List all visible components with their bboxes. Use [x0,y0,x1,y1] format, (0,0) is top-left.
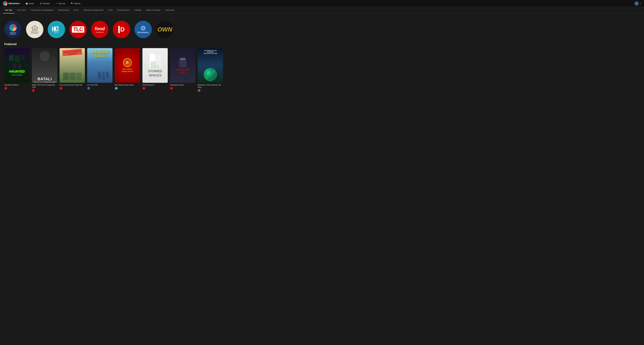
show-card-storied-spaces[interactable]: STORIEDSPACES Storied Spaces ⊕ [142,48,168,92]
tab-paranormal[interactable]: Paranormal & Unexplained [28,7,56,13]
show-meta-lottery: HGTV [115,87,140,90]
show-meta-storied: ⊕ [142,87,168,90]
magnolia-label: MAGNOLIANETWORK [31,31,38,34]
show-thumb-storied: STORIEDSPACES [142,48,168,83]
show-thumb-batali: BATALI THE FALL OF A SUPERSTAR CHEF [32,48,57,83]
nav-my-list[interactable]: + My List [55,2,66,5]
show-thumb-wrapper-guys: Guy's All-AmericanRoad Trip [60,48,85,83]
channel-tlc[interactable]: TLC [70,21,87,38]
show-card-handsome-devils[interactable]: HANDSOMEDEVILS Handsome Devils ID [170,48,195,92]
show-title-batali: Batali: The Fall of a Superstar Chef [32,84,57,88]
main-content: discovery+ORIGINALS MAGNOLIANETWORK HGTV [0,13,644,95]
discovery-label: Discovery [138,31,149,33]
haunted-title-overlay: HAUNTED [9,70,25,73]
discovery-globe-icon [140,25,147,31]
channel-food-network[interactable]: food network [91,21,108,38]
own-text: OWN [158,26,172,33]
show-thumb-wrapper-mysteries: MYSTERIES OF THEUNIVERSE:OUR SOLAR SYSTE… [198,48,223,83]
channel-own[interactable]: OWN [156,21,174,38]
show-title-haunted: Haunted Scotland [4,84,30,86]
network-badge-handsome: ID [170,87,173,90]
tab-documentaries[interactable]: Documentaries [115,7,132,13]
food-text: food [95,26,105,31]
show-card-lottery[interactable]: 🎰 My LotteryDream Home My Lottery Dream … [115,48,140,92]
network-badge-storied: ⊕ [142,87,145,90]
storied-title-overlay: STORIEDSPACES [148,69,162,77]
channel-magnolia[interactable]: MAGNOLIANETWORK [26,21,44,38]
tab-adventure[interactable]: Adventure & Exploration [81,7,106,13]
show-meta-haunted: ID [4,87,30,90]
channel-hgtv[interactable]: HGTV [48,21,65,38]
my-list-icon: + [56,2,58,5]
logo-icon [3,1,8,6]
hgtv-icon [51,25,62,33]
show-title-storied: Storied Spaces [142,84,168,86]
featured-section: Featured [4,42,640,92]
nav-home-label: Home [29,2,34,5]
show-thumb-haunted: HAUNTED SCOTLAND [4,48,30,83]
tab-home[interactable]: Home [72,7,81,13]
guys-title-overlay: Guy's All-AmericanRoad Trip [64,49,81,55]
food-sub-text: network [96,31,104,33]
hgtv-inner: HGTV [51,25,62,33]
show-title-guys: Guy's All-American Road Trip [60,84,85,86]
show-thumb-wrapper-storied: STORIEDSPACES [142,48,168,83]
show-card-mysteries[interactable]: MYSTERIES OF THEUNIVERSE:OUR SOLAR SYSTE… [198,48,223,92]
network-badge-haunted: ID [4,87,7,90]
show-thumb-wrapper-handsome: HANDSOMEDEVILS [170,48,195,83]
show-meta-guys: FN [60,87,85,90]
nav-browse-label: Browse [43,2,50,5]
id-inner: D [118,26,125,33]
network-badge-guys: FN [60,87,62,90]
tab-relationships[interactable]: Relationships [56,7,72,13]
channel-discovery[interactable]: Discovery [134,21,152,38]
hgtv-label: HGTV [54,32,58,33]
tab-nature[interactable]: Nature & Animals [144,7,163,13]
network-badge-ice: 🌊 [87,87,90,90]
tab-automotive[interactable]: Automotive [163,7,177,13]
show-thumb-wrapper-haunted: HAUNTED SCOTLAND [4,48,30,83]
tab-food[interactable]: Food [106,7,115,13]
show-card-batali[interactable]: BATALI THE FALL OF A SUPERSTAR CHEF Bata… [32,48,57,92]
nav-browse[interactable]: ⊞ Browse [39,2,50,5]
nav-home[interactable]: 🏠 Home [24,2,35,5]
show-thumb-guys: Guy's All-AmericanRoad Trip [60,48,85,83]
handsome-title-overlay: HANDSOMEDEVILS [176,68,190,74]
show-card-haunted-scotland[interactable]: HAUNTED SCOTLAND Haunted Scotland ID [4,48,30,92]
show-card-guys-road-trip[interactable]: Guy's All-AmericanRoad Trip Guy's All-Am… [60,48,85,92]
show-thumb-wrapper-batali: BATALI THE FALL OF A SUPERSTAR CHEF [32,48,57,83]
channel-discovery-originals[interactable]: discovery+ORIGINALS [4,21,22,38]
discovery-originals-label: discovery+ORIGINALS [10,32,16,35]
mysteries-title-overlay: MYSTERIES OF THEUNIVERSE:OUR SOLAR SYSTE… [204,50,217,54]
tab-for-you[interactable]: For You [3,7,14,13]
nav-search[interactable]: 🔍 Search [70,2,81,5]
show-meta-ice: 🌊 [87,87,112,90]
show-title-mysteries: Mysteries of the Universe: Our Sola... [198,84,223,88]
browse-icon: ⊞ [40,2,42,5]
network-badge-lottery: HGTV [115,87,118,90]
logo-text: discovery+ [8,2,20,5]
featured-title: Featured [4,42,640,46]
featured-row: HAUNTED SCOTLAND Haunted Scotland ID [4,48,640,92]
show-thumb-wrapper-ice: ICE COLDGOLD [87,48,112,83]
discovery-originals-logo [10,24,17,31]
channel-id[interactable]: D [113,21,130,38]
show-title-ice: Ice Cold Gold [87,84,112,86]
id-text: D [120,26,125,33]
show-meta-mysteries: SCI [198,89,223,92]
show-title-handsome: Handsome Devils [170,84,195,86]
show-thumb-ice: ICE COLDGOLD [87,48,112,83]
logo[interactable]: discovery+ [3,1,20,6]
channels-row: discovery+ORIGINALS MAGNOLIANETWORK HGTV [4,16,640,42]
tab-lifestyle[interactable]: Lifestyle [132,7,144,13]
tab-true-crime[interactable]: True Crime [14,7,28,13]
category-tabs: For You True Crime Paranormal & Unexplai… [0,7,644,13]
nav-my-list-label: My List [59,2,65,5]
tlc-text: TLC [73,27,83,32]
show-card-ice-cold-gold[interactable]: ICE COLDGOLD Ice Cold Gold 🌊 [87,48,112,92]
id-bar [118,26,120,33]
batali-sub-overlay: THE FALL OF A SUPERSTAR CHEF [34,81,56,83]
user-menu[interactable]: 👤 ▼ [634,1,641,6]
discovery-inner: Discovery [138,25,149,33]
haunted-sub-overlay: SCOTLAND [12,74,22,76]
